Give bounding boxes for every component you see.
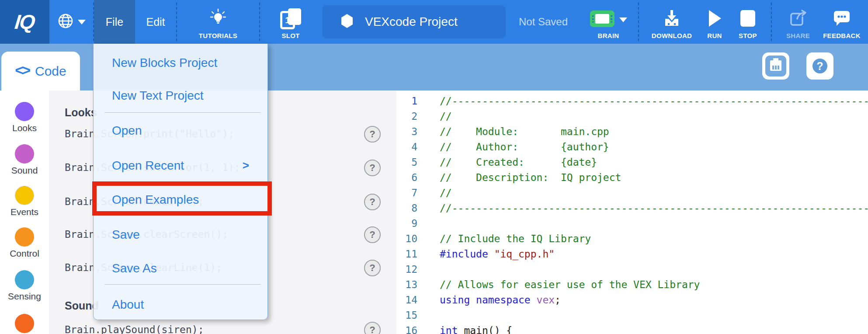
menu-item-about[interactable]: About bbox=[112, 298, 260, 312]
slot-icon: 1 bbox=[280, 8, 301, 29]
code-line: 11#include "iq_cpp.h" bbox=[396, 247, 868, 262]
command-row[interactable]: Brain.playSound(siren); bbox=[65, 324, 204, 334]
brain-icon bbox=[590, 10, 615, 29]
highlight-annotation-box bbox=[92, 181, 272, 216]
submenu-arrow-icon: > bbox=[243, 159, 249, 172]
save-status: Not Saved bbox=[519, 16, 568, 28]
download-label: DOWNLOAD bbox=[652, 32, 692, 39]
code-line: 3// Module: main.cpp bbox=[396, 124, 868, 139]
feedback-button[interactable]: FEEDBACK bbox=[818, 0, 865, 44]
edit-menu-button[interactable]: Edit bbox=[135, 0, 176, 44]
question-mark-glyph: ? bbox=[816, 60, 823, 72]
help-icon[interactable]: ? bbox=[364, 160, 381, 176]
menu-divider bbox=[104, 112, 261, 113]
menu-item-save-as[interactable]: Save As bbox=[112, 261, 260, 275]
lightbulb-icon bbox=[208, 8, 228, 29]
top-toolbar: IQ File Edit bbox=[0, 0, 868, 44]
code-editor[interactable]: 1//-------------------------------------… bbox=[396, 90, 868, 334]
iq-logo: IQ bbox=[0, 0, 49, 44]
toolbar-separator bbox=[771, 3, 772, 41]
share-label: SHARE bbox=[786, 32, 810, 39]
menu-item-open-recent[interactable]: Open Recent > bbox=[112, 159, 260, 173]
help-icon[interactable]: ? bbox=[364, 322, 381, 334]
share-icon bbox=[788, 9, 808, 29]
sidebar-item-sensing[interactable]: Sensing bbox=[0, 270, 49, 302]
control-category-icon bbox=[15, 227, 34, 247]
stop-icon bbox=[740, 9, 756, 29]
help-button[interactable]: ? bbox=[806, 52, 833, 80]
sensing-category-icon bbox=[15, 270, 34, 289]
run-button[interactable]: RUN bbox=[698, 0, 731, 44]
feedback-bubble-icon bbox=[832, 9, 851, 29]
slot-label: SLOT bbox=[281, 32, 299, 39]
tab-code[interactable]: <> Code bbox=[1, 52, 80, 90]
language-selector[interactable] bbox=[49, 0, 93, 44]
code-line: 10// Include the IQ Library bbox=[396, 231, 868, 247]
share-button[interactable]: SHARE bbox=[778, 0, 818, 44]
device-port-button[interactable] bbox=[762, 52, 789, 80]
slot-number: 1 bbox=[280, 11, 295, 29]
code-brackets-icon: <> bbox=[15, 62, 29, 80]
code-tab-label: Code bbox=[35, 64, 66, 79]
section-header-looks: Looks bbox=[65, 106, 97, 119]
menu-item-save[interactable]: Save bbox=[112, 228, 260, 242]
code-line: 6// Description: IQ project bbox=[396, 170, 868, 185]
play-icon bbox=[707, 9, 722, 29]
code-line: 9 bbox=[396, 216, 868, 231]
slot-button[interactable]: 1 SLOT bbox=[260, 0, 321, 44]
events-category-icon bbox=[15, 186, 34, 205]
brain-label: BRAIN bbox=[598, 32, 619, 39]
code-line: 16int main() { bbox=[396, 323, 868, 334]
chevron-down-icon bbox=[78, 20, 86, 24]
help-icon[interactable]: ? bbox=[364, 226, 381, 243]
file-menu-label: File bbox=[106, 16, 123, 28]
feedback-label: FEEDBACK bbox=[823, 32, 861, 39]
code-line: 2// bbox=[396, 109, 868, 124]
sidebar-item-partial[interactable] bbox=[0, 314, 49, 333]
edit-menu-label: Edit bbox=[146, 16, 165, 28]
help-icon[interactable]: ? bbox=[364, 260, 381, 276]
sidebar-item-sound[interactable]: Sound bbox=[0, 144, 49, 176]
code-line: 15 bbox=[396, 308, 868, 323]
file-menu-button[interactable]: File bbox=[94, 0, 135, 44]
category-icon bbox=[15, 314, 34, 333]
category-sidebar: Looks Sound Events Control Sensing bbox=[0, 90, 49, 334]
sidebar-item-control[interactable]: Control bbox=[0, 227, 49, 259]
code-line: 5// Created: {date} bbox=[396, 155, 868, 170]
code-line: 8//-------------------------------------… bbox=[396, 201, 868, 216]
download-button[interactable]: DOWNLOAD bbox=[645, 0, 698, 44]
code-line: 1//-------------------------------------… bbox=[396, 94, 868, 109]
menu-divider bbox=[104, 284, 261, 285]
tutorials-button[interactable]: TUTORIALS bbox=[177, 0, 259, 44]
chevron-down-icon bbox=[619, 17, 627, 22]
tutorials-label: TUTORIALS bbox=[199, 32, 237, 39]
code-line: 7// bbox=[396, 185, 868, 201]
help-icon[interactable]: ? bbox=[364, 126, 381, 143]
sidebar-item-looks[interactable]: Looks bbox=[0, 102, 49, 133]
sidebar-item-events[interactable]: Events bbox=[0, 186, 49, 217]
download-icon bbox=[662, 9, 682, 29]
menu-item-open[interactable]: Open bbox=[112, 124, 260, 138]
code-line: 14using namespace vex; bbox=[396, 292, 868, 308]
iq-logo-text: IQ bbox=[14, 10, 35, 34]
menu-item-new-text-project[interactable]: New Text Project bbox=[112, 89, 260, 103]
looks-category-icon bbox=[15, 102, 34, 121]
vexcode-iq-app: IQ File Edit bbox=[0, 0, 868, 334]
help-icon[interactable]: ? bbox=[364, 194, 381, 210]
toolbar-separator bbox=[638, 3, 639, 41]
hexagon-icon bbox=[340, 14, 354, 30]
code-line: 13// Allows for easier use of the VEX Li… bbox=[396, 277, 868, 292]
menu-item-new-blocks-project[interactable]: New Blocks Project bbox=[112, 56, 260, 70]
code-line: 4// Author: {author} bbox=[396, 139, 868, 155]
project-name-field[interactable]: VEXcode Project bbox=[322, 5, 506, 38]
project-name: VEXcode Project bbox=[365, 15, 458, 29]
toolbar-right-group: BRAIN DOWNLOAD bbox=[585, 0, 868, 44]
stop-button[interactable]: STOP bbox=[731, 0, 765, 44]
globe-icon bbox=[57, 12, 74, 31]
code-line: 12 bbox=[396, 262, 868, 277]
brain-button[interactable]: BRAIN bbox=[585, 0, 632, 44]
stop-label: STOP bbox=[739, 32, 757, 39]
sound-category-icon bbox=[15, 144, 34, 164]
run-label: RUN bbox=[707, 32, 722, 39]
